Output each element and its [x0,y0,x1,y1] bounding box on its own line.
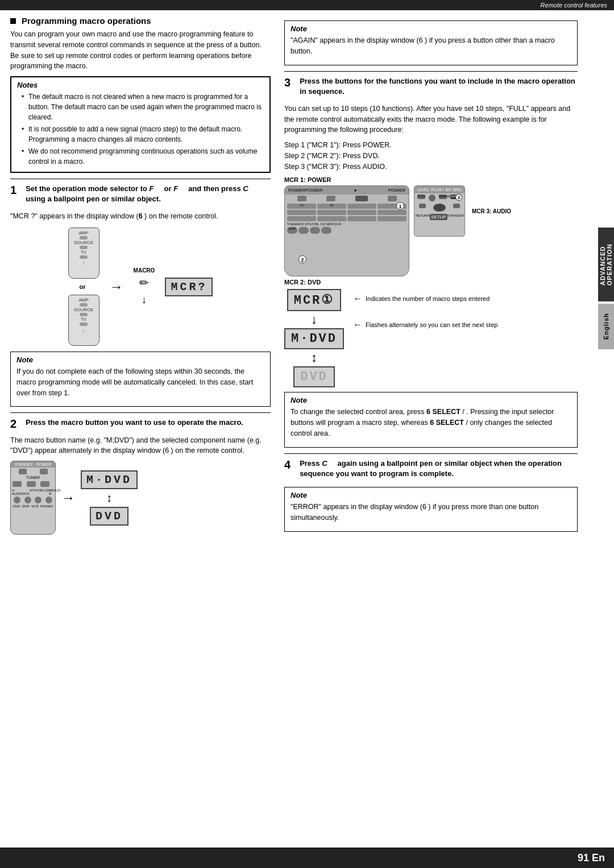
right-note1-title: Note [291,24,571,33]
step3-proc-1: Step 1 ("MCR 1"): Press POWER. [284,140,578,151]
intro-text: You can program your own macro and use t… [10,29,271,72]
mcr3-label: MCR 3: AUDIO [472,208,511,214]
main-content: Programming macro operations You can pro… [0,10,614,540]
step3-note2: Note To change the selected control area… [284,392,578,447]
step4-block: 4 Press C again using a ballpoint pen or… [284,453,578,532]
step3-procedure: Step 1 ("MCR 1"): Press POWER. Step 2 ("… [284,140,578,172]
right-note1-body: "AGAIN" appears in the display window (6… [291,35,571,57]
section-title-text: Programming macro operations [22,16,151,26]
right-note1: Note "AGAIN" appears in the display wind… [284,20,578,65]
right-column: Note "AGAIN" appears in the display wind… [279,16,586,540]
step2-body: The macro button name (e.g. "M;DVD") and… [10,435,271,457]
step2-block: 2 Press the macro button you want to use… [10,412,271,535]
remote-diagram-2: AMP SOURCE TV ↓ [68,295,99,346]
note-item-2: It is not possible to add a new signal (… [22,124,264,144]
step3-right-labels: LEVELPLUS+BIT MNG TITLE REWIND AUDIO [414,185,511,237]
step4-note-title: Note [291,491,571,499]
notes-title: Notes [17,81,264,89]
step3-displays: MCR① ↓ M·DVD ↕ DVD [284,289,344,387]
step1-heading: Set the operation mode selector to F or … [26,184,271,204]
step1-remote-diagram: AMP SOURCE TV ↑ or AMP [10,228,271,346]
mcr-display: MCR? [165,278,213,296]
side-tab-english: English [598,304,614,349]
side-tab-advanced: ADVANCEDOPERATION [598,228,614,301]
step2-display-mdvd: M·DVD [81,470,138,489]
notes-list: The default macro is not cleared when a … [17,92,264,167]
step3-arrow-updown: ↕ [311,350,317,365]
macro-pen-area: MACRO ✏ ↓ [134,267,155,306]
step3-display-section: MCR① ↓ M·DVD ↕ DVD ← Indicates the numbe… [284,289,578,387]
step1-note: Note If you do not complete each of the … [10,352,271,407]
step3-proc-3: Step 3 ("MCR 3"): Press AUDIO. [284,162,578,172]
step1-number: 1 [10,184,16,208]
step2-remote-pair: STANDBY POWER TUNER V-AUX/DOCKDTV/CBLCDM… [10,461,271,535]
step4-heading: Press C again using a ballpoint pen or s… [300,458,578,479]
advanced-label: ADVANCEDOPERATION [599,243,613,286]
step3-body1: You can set up to 10 steps (10 functions… [284,104,578,135]
step1-note-title: Note [16,356,264,364]
top-bar-title: Remote control features [541,2,607,9]
step1-body: "MCR ?" appears in the display window (6… [10,211,271,222]
indicates-label-row: ← Indicates the number of macro steps en… [353,294,497,304]
step3-display-mcr1: MCR① [287,289,342,311]
step2-arrow-icon: → [61,490,75,506]
top-bar: Remote control features [0,0,614,10]
step3-side-labels: ← Indicates the number of macro steps en… [353,289,497,330]
english-label: English [603,313,609,340]
step2-display-dvd: DVD [90,507,128,526]
notes-box: Notes The default macro is not cleared w… [10,76,271,173]
mcr-display-area: MCR? [165,278,213,296]
remote-diagram-1: AMP SOURCE TV ↑ [68,228,99,279]
step3-arrow-down1: ↓ [311,312,317,327]
indicates-label: Indicates the number of macro steps ente… [366,295,489,302]
step3-note2-title: Note [291,396,571,404]
note-item-3: We do not recommend programming continuo… [22,146,264,167]
step3-remote-row: POWERPOWER●POWER TV AV [284,185,578,276]
step3-note2-body: To change the selected control area, pre… [291,407,571,439]
side-tabs: ADVANCEDOPERATION English [598,228,614,349]
step2-display-area: M·DVD ↕ DVD [81,470,138,526]
step3-mcr-area: MCR 1: POWER POWERPOWER●POWER [284,176,578,387]
page-number: 91 En [578,852,605,864]
step3-remote-img: POWERPOWER●POWER TV AV [284,185,409,276]
step4-note-body: "ERROR" appears in the display window (6… [291,502,571,523]
note-item-1: The default macro is not cleared when a … [22,92,264,122]
step4-note: Note "ERROR" appears in the display wind… [284,487,578,532]
step3-block: 3 Press the buttons for the functions yo… [284,71,578,448]
bottom-bar: 91 En [0,848,614,868]
step3-proc-2: Step 2 ("MCR 2"): Press DVD. [284,151,578,162]
step3-heading: Press the buttons for the functions you … [300,76,578,97]
flashes-label-row: ← Flashes alternately so you can set the… [353,320,497,330]
flashes-label: Flashes alternately so you can set the n… [366,321,497,328]
left-column: Programming macro operations You can pro… [0,16,279,540]
step3-display-mdvd: M·DVD [284,328,344,349]
step3-display-dvd-dim: DVD [293,366,335,387]
mcr2-label: MCR 2: DVD [284,279,578,286]
or-text: or [80,283,99,290]
section-title: Programming macro operations [10,16,271,26]
mcr1-label: MCR 1: POWER [284,176,578,183]
step2-remote: STANDBY POWER TUNER V-AUX/DOCKDTV/CBLCDM… [10,461,56,535]
step2-number: 2 [10,418,16,431]
step1-note-body: If you do not complete each of the follo… [16,366,264,398]
step1-block: 1 Set the operation mode selector to F o… [10,179,271,407]
step2-arrow-down: ↕ [106,491,112,505]
step2-heading: Press the macro button you want to use t… [26,418,243,428]
step3-number: 3 [284,76,291,100]
bullet-icon [10,18,16,24]
step4-number: 4 [284,458,291,482]
arrow-right-icon: → [110,279,123,295]
